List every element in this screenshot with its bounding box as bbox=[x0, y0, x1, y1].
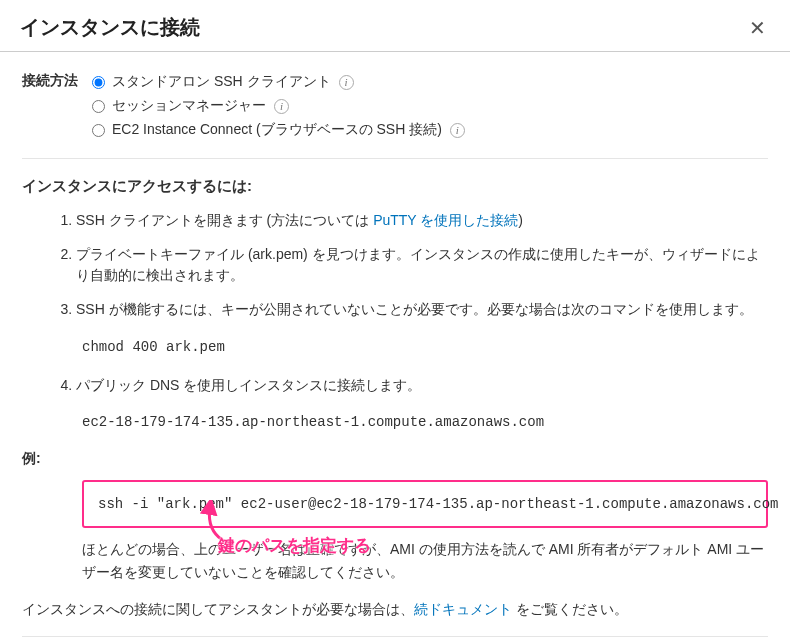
example-label: 例: bbox=[22, 450, 768, 468]
dialog-title: インスタンスに接続 bbox=[20, 14, 200, 41]
radio-standalone-ssh-label: スタンドアロン SSH クライアント bbox=[112, 73, 331, 91]
divider bbox=[22, 636, 768, 637]
footer-note: インスタンスへの接続に関してアシスタントが必要な場合は、続ドキュメント をご覧く… bbox=[22, 597, 768, 622]
radio-standalone-ssh-input[interactable] bbox=[92, 76, 105, 89]
public-dns: ec2-18-179-174-135.ap-northeast-1.comput… bbox=[22, 408, 768, 436]
step-2: プライベートキーファイル (ark.pem) を見つけます。インスタンスの作成に… bbox=[76, 244, 768, 287]
radio-ec2-instance-connect[interactable]: EC2 Instance Connect (ブラウザベースの SSH 接続) i bbox=[92, 118, 768, 142]
step-1: SSH クライアントを開きます (方法については PuTTY を使用した接続) bbox=[76, 210, 768, 232]
access-steps: SSH クライアントを開きます (方法については PuTTY を使用した接続) … bbox=[22, 210, 768, 321]
dialog-titlebar: インスタンスに接続 ✕ bbox=[0, 0, 790, 52]
dialog-content: 接続方法 スタンドアロン SSH クライアント i セッションマネージャー i … bbox=[0, 52, 790, 638]
connection-method-label: 接続方法 bbox=[22, 70, 92, 90]
radio-session-manager[interactable]: セッションマネージャー i bbox=[92, 94, 768, 118]
divider bbox=[22, 158, 768, 159]
putty-link[interactable]: PuTTY を使用した接続 bbox=[373, 212, 518, 228]
footer-text-b: をご覧ください。 bbox=[512, 601, 628, 617]
annotation-text: 鍵のパスを指定する bbox=[218, 534, 371, 557]
docs-link[interactable]: 続ドキュメント bbox=[414, 601, 512, 617]
info-icon[interactable]: i bbox=[339, 75, 354, 90]
ami-note: ほとんどの場合、上のユーザー名は正確ですが、AMI の使用方法を読んで AMI … bbox=[82, 538, 768, 583]
step-3: SSH が機能するには、キーが公開されていないことが必要です。必要な場合は次のコ… bbox=[76, 299, 768, 321]
access-steps-cont: パブリック DNS を使用しインスタンスに接続します。 bbox=[22, 375, 768, 397]
connection-method-row: 接続方法 スタンドアロン SSH クライアント i セッションマネージャー i … bbox=[22, 70, 768, 142]
step-1-text-a: SSH クライアントを開きます (方法については bbox=[76, 212, 373, 228]
radio-standalone-ssh[interactable]: スタンドアロン SSH クライアント i bbox=[92, 70, 768, 94]
example-command-box: ssh -i "ark.pem" ec2-user@ec2-18-179-174… bbox=[82, 480, 768, 528]
radio-ec2-instance-connect-label: EC2 Instance Connect (ブラウザベースの SSH 接続) bbox=[112, 121, 442, 139]
connect-dialog: インスタンスに接続 ✕ 接続方法 スタンドアロン SSH クライアント i セッ… bbox=[0, 0, 790, 638]
info-icon[interactable]: i bbox=[450, 123, 465, 138]
footer-text-a: インスタンスへの接続に関してアシスタントが必要な場合は、 bbox=[22, 601, 414, 617]
connection-method-options: スタンドアロン SSH クライアント i セッションマネージャー i EC2 I… bbox=[92, 70, 768, 142]
access-heading: インスタンスにアクセスするには: bbox=[22, 177, 768, 196]
step-4: パブリック DNS を使用しインスタンスに接続します。 bbox=[76, 375, 768, 397]
close-button[interactable]: ✕ bbox=[745, 16, 770, 40]
radio-ec2-instance-connect-input[interactable] bbox=[92, 124, 105, 137]
step-1-text-b: ) bbox=[518, 212, 523, 228]
radio-session-manager-input[interactable] bbox=[92, 100, 105, 113]
radio-session-manager-label: セッションマネージャー bbox=[112, 97, 266, 115]
info-icon[interactable]: i bbox=[274, 99, 289, 114]
chmod-command: chmod 400 ark.pem bbox=[22, 333, 768, 361]
